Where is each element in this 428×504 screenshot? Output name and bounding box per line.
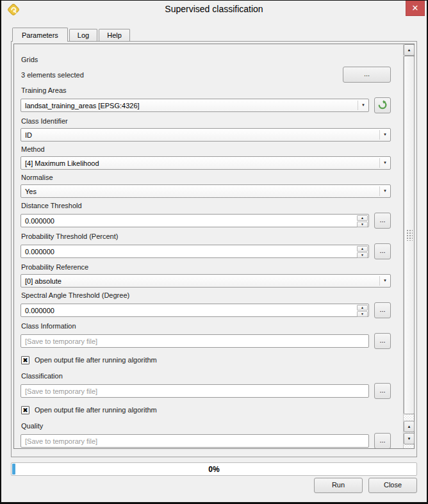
spin-up-icon[interactable]: ▲: [357, 246, 368, 252]
spectral-angle-threshold-expression-button[interactable]: ...: [374, 302, 391, 318]
probability-reference-value: [0] absolute: [25, 277, 62, 285]
classification-output-input[interactable]: [21, 384, 369, 398]
scroll-up-icon: ▲: [407, 425, 411, 428]
class-information-label: Class Information: [21, 321, 391, 330]
classification-row: ...: [21, 383, 391, 399]
spin-down-icon[interactable]: ▼: [357, 311, 368, 317]
close-icon: ✕: [412, 3, 419, 13]
probability-threshold-spinbox[interactable]: 0.000000 ▲ ▼: [21, 245, 369, 258]
normalise-value: Yes: [25, 188, 37, 195]
training-areas-value: landsat_training_areas [EPSG:4326]: [25, 102, 140, 110]
class-identifier-select[interactable]: ID ▼: [21, 128, 391, 142]
open-output-checkbox-label[interactable]: Open output file after running algorithm: [35, 406, 157, 414]
run-button[interactable]: Run: [314, 478, 363, 493]
class-identifier-label: Class Identifier: [21, 117, 391, 126]
training-areas-label: Training Areas: [21, 86, 391, 95]
dialog-window: Supervised classification ✕ Parameters L…: [0, 0, 428, 504]
close-window-button[interactable]: ✕: [406, 1, 425, 16]
distance-threshold-label: Distance Threshold: [21, 201, 391, 210]
chevron-down-icon: ▼: [379, 130, 390, 140]
distance-threshold-spinbox[interactable]: 0.000000 ▲ ▼: [21, 214, 369, 227]
classification-label: Classification: [21, 371, 391, 380]
tab-bar: Parameters Log Help: [12, 27, 427, 41]
class-information-open-output-row: ✖ Open output file after running algorit…: [21, 355, 391, 365]
iterate-layer-button[interactable]: [374, 97, 391, 113]
probability-reference-select[interactable]: [0] absolute ▼: [21, 274, 391, 288]
probability-threshold-value: 0.000000: [25, 248, 54, 256]
close-button[interactable]: Close: [368, 478, 417, 493]
progress-bar: 0%: [11, 462, 417, 476]
chevron-down-icon: ▼: [379, 158, 390, 168]
classification-browse-button[interactable]: ...: [374, 383, 391, 399]
spectral-angle-threshold-spinbox[interactable]: 0.000000 ▲ ▼: [21, 304, 369, 317]
scrollbar-thumb[interactable]: [404, 56, 415, 414]
quality-output-input[interactable]: [21, 434, 369, 448]
probability-threshold-expression-button[interactable]: ...: [374, 243, 391, 259]
scroll-area: Grids 3 elements selected ... Training A…: [13, 44, 415, 449]
normalise-row: Yes ▼: [21, 184, 391, 198]
normalise-select[interactable]: Yes ▼: [21, 184, 391, 198]
distance-threshold-expression-button[interactable]: ...: [374, 213, 391, 229]
method-select[interactable]: [4] Maximum Likelihood ▼: [21, 156, 391, 170]
probability-threshold-row: 0.000000 ▲ ▼ ...: [21, 243, 391, 259]
titlebar: Supervised classification ✕: [1, 1, 427, 19]
training-areas-row: landsat_training_areas [EPSG:4326] ▼: [21, 97, 391, 113]
spectral-angle-threshold-label: Spectral Angle Threshold (Degree): [21, 291, 391, 300]
class-information-browse-button[interactable]: ...: [374, 333, 391, 349]
probability-threshold-label: Probability Threshold (Percent): [21, 232, 391, 241]
class-information-output-input[interactable]: [21, 334, 369, 348]
scrollbar-down-button[interactable]: ▼: [404, 433, 415, 444]
chevron-down-icon: ▼: [379, 186, 390, 196]
scroll-up-icon: ▲: [407, 48, 411, 52]
open-output-checkbox-label[interactable]: Open output file after running algorithm: [35, 356, 157, 364]
spin-buttons: ▲ ▼: [357, 215, 368, 226]
progress-percentage: 0%: [12, 465, 416, 474]
vertical-scrollbar[interactable]: ▲ ▲ ▼: [403, 44, 414, 448]
spectral-angle-threshold-row: 0.000000 ▲ ▼ ...: [21, 302, 391, 318]
chevron-down-icon: ▼: [379, 276, 390, 286]
scroll-down-icon: ▼: [407, 437, 411, 441]
scrollbar-up-button[interactable]: ▲: [404, 44, 415, 56]
checkbox-checked[interactable]: ✖: [21, 356, 29, 364]
grids-browse-button[interactable]: ...: [343, 67, 391, 83]
window-title: Supervised classification: [1, 4, 427, 14]
dialog-button-box: Run Close: [314, 478, 417, 493]
checkbox-check-icon: ✖: [22, 407, 28, 414]
method-label: Method: [21, 145, 391, 154]
form-content: Grids 3 elements selected ... Training A…: [14, 44, 403, 448]
class-identifier-row: ID ▼: [21, 128, 391, 142]
spin-up-icon[interactable]: ▲: [357, 305, 368, 311]
tab-help[interactable]: Help: [99, 29, 130, 41]
method-value: [4] Maximum Likelihood: [25, 159, 99, 167]
normalise-label: Normalise: [21, 173, 391, 182]
scrollbar-grip-icon: [406, 229, 413, 241]
spin-down-icon[interactable]: ▼: [357, 252, 368, 258]
tab-parameters[interactable]: Parameters: [12, 28, 68, 42]
parameters-pane: Grids 3 elements selected ... Training A…: [11, 41, 417, 457]
probability-reference-label: Probability Reference: [21, 263, 391, 272]
spin-buttons: ▲ ▼: [357, 246, 368, 257]
class-identifier-value: ID: [25, 131, 32, 139]
class-information-row: ...: [21, 333, 391, 349]
spin-up-icon[interactable]: ▲: [357, 215, 368, 221]
spin-buttons: ▲ ▼: [357, 305, 368, 316]
probability-reference-row: [0] absolute ▼: [21, 274, 391, 288]
grids-selection-text: 3 elements selected: [21, 71, 343, 79]
spin-down-icon[interactable]: ▼: [357, 222, 368, 227]
training-areas-select[interactable]: landsat_training_areas [EPSG:4326] ▼: [21, 99, 369, 112]
tab-log[interactable]: Log: [69, 29, 97, 41]
method-row: [4] Maximum Likelihood ▼: [21, 156, 391, 170]
distance-threshold-row: 0.000000 ▲ ▼ ...: [21, 213, 391, 229]
checkbox-check-icon: ✖: [22, 357, 28, 364]
checkbox-checked[interactable]: ✖: [21, 406, 29, 414]
quality-browse-button[interactable]: ...: [374, 433, 391, 448]
classification-open-output-row: ✖ Open output file after running algorit…: [21, 405, 391, 415]
grids-label: Grids: [21, 55, 391, 64]
scrollbar-up-button-bottom[interactable]: ▲: [404, 421, 415, 432]
spectral-angle-threshold-value: 0.000000: [25, 307, 54, 314]
chevron-down-icon: ▼: [358, 101, 368, 110]
quality-row: ...: [21, 433, 391, 448]
iterate-icon: [377, 100, 388, 110]
quality-label: Quality: [21, 421, 391, 430]
grids-row: 3 elements selected ...: [21, 67, 391, 83]
